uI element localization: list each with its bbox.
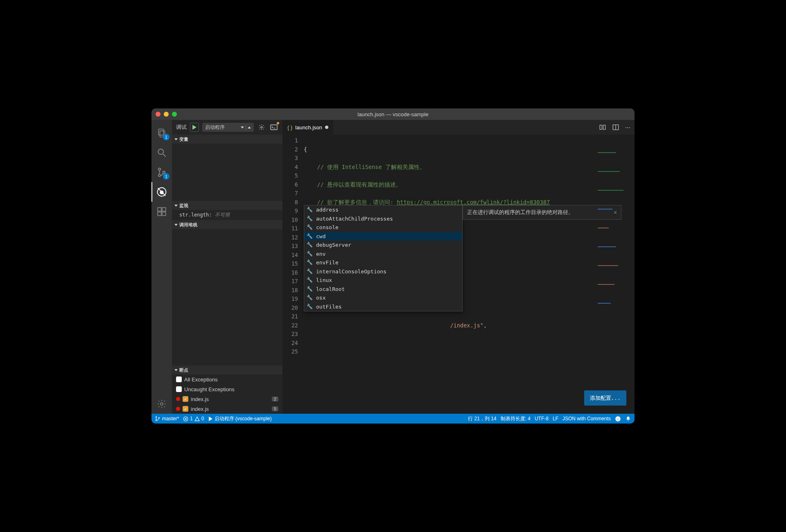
encoding-status[interactable]: UTF-8	[535, 416, 549, 422]
line-gutter: 1234567891011121314151617181920212223242…	[282, 135, 304, 414]
more-actions-icon[interactable]: ⋯	[625, 124, 630, 131]
breakpoint-uncaught-exceptions[interactable]: Uncaught Exceptions	[172, 384, 282, 394]
breakpoint-dot-icon	[176, 407, 180, 411]
svg-rect-19	[603, 125, 605, 130]
problems-status[interactable]: 1 0	[183, 416, 204, 422]
svg-line-9	[158, 188, 166, 196]
svg-rect-13	[162, 207, 166, 211]
tab-bar: { } launch.json ⋯	[282, 120, 635, 135]
launch-config-select[interactable]: 启动程序	[202, 123, 254, 132]
status-bar: master* 1 0 启动程序 (vscode-sample) 行 21，列 …	[151, 414, 635, 424]
editor-area: { } launch.json ⋯ 1234567891011121314151…	[282, 120, 635, 414]
svg-marker-28	[209, 417, 212, 421]
suggest-item[interactable]: 🔧console	[304, 223, 462, 232]
debug-icon[interactable]	[151, 182, 172, 202]
cursor-position-status[interactable]: 行 21，列 14	[468, 415, 496, 422]
traffic-lights	[156, 112, 177, 117]
callstack-body	[172, 229, 282, 365]
breakpoint-dot-icon	[176, 397, 180, 401]
suggest-item[interactable]: 🔧linux	[304, 276, 462, 285]
minimap[interactable]	[598, 135, 635, 163]
console-dot-badge	[277, 122, 279, 124]
wrench-icon: 🔧	[307, 214, 313, 223]
settings-gear-icon[interactable]	[151, 394, 172, 414]
variables-section-header[interactable]: 变量	[172, 135, 282, 144]
wrench-icon: 🔧	[307, 267, 313, 276]
code-editor[interactable]: 1234567891011121314151617181920212223242…	[282, 135, 635, 414]
language-mode-status[interactable]: JSON with Comments	[562, 416, 611, 422]
notifications-bell-icon[interactable]	[625, 416, 631, 422]
wrench-icon: 🔧	[307, 276, 313, 285]
svg-rect-12	[162, 212, 166, 216]
maximize-window-button[interactable]	[172, 112, 177, 117]
search-icon[interactable]	[151, 143, 172, 162]
debug-label: 调试	[176, 124, 187, 131]
launch-task-status[interactable]: 启动程序 (vscode-sample)	[208, 415, 272, 422]
breakpoint-all-exceptions[interactable]: All Exceptions	[172, 374, 282, 384]
code-content[interactable]: { // 使用 IntelliSense 了解相关属性。 // 悬停以查看现有属…	[304, 135, 635, 414]
svg-rect-17	[271, 125, 277, 130]
watch-body: str.length: 不可用	[172, 210, 282, 220]
explorer-icon[interactable]: 1	[151, 123, 172, 143]
suggest-item[interactable]: 🔧outFiles	[304, 302, 462, 311]
breakpoint-item[interactable]: ✓ index.js 5	[172, 404, 282, 414]
svg-marker-15	[192, 125, 196, 130]
svg-point-16	[261, 126, 262, 128]
wrench-icon: 🔧	[307, 205, 313, 214]
wrench-icon: 🔧	[307, 241, 313, 250]
checkbox-icon[interactable]: ✓	[183, 396, 188, 402]
tab-launch-json[interactable]: { } launch.json	[282, 120, 334, 135]
breakpoint-item[interactable]: ✓ index.js 2	[172, 394, 282, 404]
window-title: launch.json — vscode-sample	[151, 111, 635, 117]
svg-point-23	[156, 420, 156, 421]
start-debug-button[interactable]	[190, 123, 199, 132]
editor-actions: ⋯	[595, 120, 635, 135]
configure-gear-icon[interactable]	[257, 123, 266, 132]
svg-point-4	[158, 168, 160, 170]
debug-toolbar: 调试 启动程序	[172, 120, 282, 135]
wrench-icon: 🔧	[307, 285, 313, 294]
wrench-icon: 🔧	[307, 302, 313, 311]
suggest-item[interactable]: 🔧envFile	[304, 258, 462, 267]
debug-console-icon[interactable]	[269, 123, 278, 132]
svg-point-2	[158, 149, 163, 154]
suggest-item[interactable]: 🔧address	[304, 205, 462, 214]
add-configuration-button[interactable]: 添加配置...	[584, 390, 626, 406]
wrench-icon: 🔧	[307, 258, 313, 267]
wrench-icon: 🔧	[307, 293, 313, 302]
git-branch-status[interactable]: master*	[155, 416, 179, 422]
suggest-item[interactable]: 🔧debugServer	[304, 241, 462, 250]
checkbox-icon[interactable]	[176, 386, 182, 392]
callstack-section-header[interactable]: 调用堆栈	[172, 220, 282, 229]
suggest-item[interactable]: 🔧env	[304, 250, 462, 259]
watch-item[interactable]: str.length: 不可用	[172, 211, 282, 219]
minimize-window-button[interactable]	[164, 112, 169, 117]
svg-point-5	[158, 174, 160, 176]
watch-section-header[interactable]: 监视	[172, 201, 282, 210]
split-editor-icon[interactable]	[612, 124, 619, 131]
suggest-item[interactable]: 🔧cwd	[304, 232, 462, 241]
suggest-widget[interactable]: 🔧address🔧autoAttachChildProcesses🔧consol…	[304, 205, 463, 311]
wrench-icon: 🔧	[307, 232, 313, 241]
breakpoints-section-header[interactable]: 断点	[172, 365, 282, 374]
feedback-smiley-icon[interactable]	[615, 416, 621, 422]
eol-status[interactable]: LF	[553, 416, 558, 422]
close-window-button[interactable]	[156, 112, 160, 117]
wrench-icon: 🔧	[307, 250, 313, 259]
compare-changes-icon[interactable]	[599, 124, 606, 131]
breakpoints-body: All Exceptions Uncaught Exceptions ✓ ind…	[172, 374, 282, 414]
debug-sidebar: 调试 启动程序 变量 监视	[172, 120, 282, 414]
svg-point-24	[158, 417, 159, 418]
suggest-item[interactable]: 🔧internalConsoleOptions	[304, 267, 462, 276]
svg-point-30	[617, 418, 618, 419]
suggest-item[interactable]: 🔧localRoot	[304, 285, 462, 294]
svg-rect-0	[158, 129, 163, 135]
svg-point-22	[156, 417, 156, 417]
suggest-item[interactable]: 🔧osx	[304, 293, 462, 302]
source-control-icon[interactable]: 1	[151, 162, 172, 182]
checkbox-icon[interactable]: ✓	[183, 406, 188, 412]
extensions-icon[interactable]	[151, 202, 172, 221]
checkbox-icon[interactable]	[176, 376, 182, 382]
suggest-item[interactable]: 🔧autoAttachChildProcesses	[304, 214, 462, 223]
indent-status[interactable]: 制表符长度: 4	[501, 415, 531, 422]
